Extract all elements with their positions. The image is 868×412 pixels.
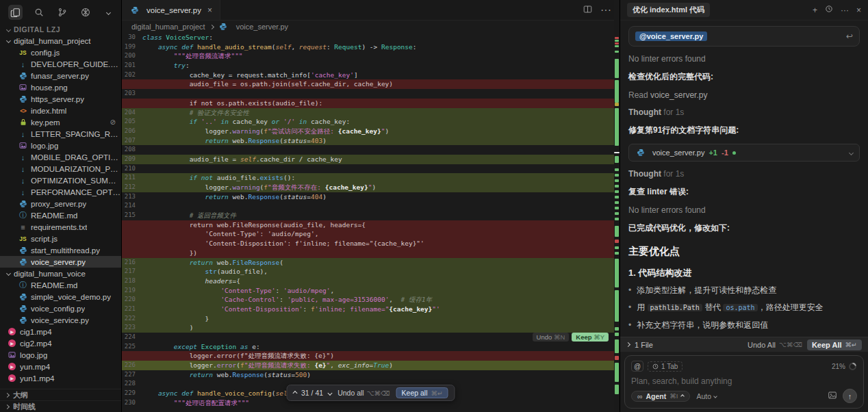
- code-line[interactable]: 211 if not audio_file.exists():: [122, 173, 614, 183]
- code-line[interactable]: 30class VoiceServer:: [122, 33, 614, 42]
- tree-item[interactable]: voice_service.py: [0, 314, 121, 326]
- close-icon[interactable]: ×: [207, 5, 212, 15]
- add-context-button[interactable]: @: [631, 361, 643, 372]
- keep-all-button[interactable]: Keep All⌘↵: [807, 339, 862, 350]
- tree-item[interactable]: key.pem⊘: [0, 116, 121, 128]
- tree-item[interactable]: ▶cig1.mp4: [0, 326, 121, 337]
- split-editor-icon[interactable]: [583, 4, 592, 16]
- tree-item[interactable]: ≡requirements.txt: [0, 221, 121, 233]
- code-line[interactable]: 203: [122, 89, 614, 99]
- undo-change-button[interactable]: Undo ⌘N: [533, 333, 570, 342]
- code-line[interactable]: 226 logger.error(f"处理音频流请求失败: {e}", exc_…: [122, 361, 614, 370]
- code-line[interactable]: if not os.path.exists(audio_file):: [122, 99, 614, 108]
- breadcrumb-file[interactable]: voice_server.py: [236, 23, 288, 31]
- keep-change-button[interactable]: Keep ⌘Y: [572, 333, 609, 342]
- send-button[interactable]: ↑: [843, 389, 857, 403]
- tree-item[interactable]: ↓LETTER_SPACING_REMOV...: [0, 128, 121, 140]
- tree-item[interactable]: https_server.py: [0, 93, 121, 105]
- code-line[interactable]: 207 return web.Response(status=403): [122, 136, 614, 146]
- code-line[interactable]: 214: [122, 201, 614, 211]
- code-line[interactable]: 210: [122, 164, 614, 174]
- code-line[interactable]: 212 logger.warning(f"音频文件不存在: {cache_key…: [122, 183, 614, 192]
- thought-summary[interactable]: Thought for 1s: [628, 107, 860, 117]
- code-line[interactable]: 218 headers={: [122, 276, 614, 286]
- chevron-up-icon[interactable]: [292, 390, 297, 395]
- code-line[interactable]: 215 # 返回音频文件: [122, 211, 614, 220]
- agent-mode-selector[interactable]: ∞ Agent ⌘I: [631, 391, 690, 402]
- tool-call[interactable]: Read voice_server.py: [628, 90, 860, 100]
- code-line[interactable]: 205 if '..' in cache_key or '/' in cache…: [122, 117, 614, 127]
- tree-item[interactable]: funasr_server.py: [0, 70, 121, 81]
- chevron-down-icon[interactable]: [327, 390, 332, 395]
- code-line[interactable]: 201 try:: [122, 61, 614, 70]
- tree-item[interactable]: ↓DEVELOPER_GUIDE.md: [0, 58, 121, 70]
- chat-tab[interactable]: 优化 index.html 代码: [627, 3, 710, 17]
- tree-item[interactable]: ▶yun.mp4: [0, 361, 121, 372]
- tree-item[interactable]: ⓘREADME.md: [0, 279, 121, 291]
- tree-item[interactable]: voice_config.py: [0, 302, 121, 314]
- breadcrumb-folder[interactable]: digital_human_project: [131, 23, 205, 31]
- tab-voice-server[interactable]: voice_server.py ×: [122, 0, 220, 20]
- close-icon[interactable]: ×: [856, 5, 861, 15]
- file-mention-pill[interactable]: @voice_server.py: [635, 31, 707, 41]
- code-line[interactable]: 217 str(audio_file),: [122, 267, 614, 276]
- tree-item[interactable]: ↓PERFORMANCE_OPTIMIZA...: [0, 186, 121, 198]
- model-selector[interactable]: Auto: [696, 392, 717, 400]
- file-change-card[interactable]: voice_server.py+1-1: [628, 144, 860, 162]
- new-chat-icon[interactable]: +: [813, 5, 817, 15]
- code-line[interactable]: audio_file = os.path.join(self.cache_dir…: [122, 79, 614, 89]
- code-line[interactable]: 200 """处理音频流请求""": [122, 51, 614, 61]
- code-line[interactable]: 208: [122, 145, 614, 155]
- tree-item[interactable]: ↓OPTIMIZATION_SUMMARY....: [0, 175, 121, 186]
- undo-all-button[interactable]: Undo All⌥⌘⌫: [748, 341, 802, 349]
- thought-summary[interactable]: Thought for 1s: [628, 169, 860, 179]
- tree-item[interactable]: JSconfig.js: [0, 47, 121, 58]
- code-line[interactable]: 213 return web.Response(status=404): [122, 192, 614, 202]
- tree-item[interactable]: voice_server.py: [0, 256, 121, 268]
- search-icon[interactable]: [31, 5, 46, 20]
- tree-item[interactable]: house.png: [0, 81, 121, 93]
- chevron-down-icon[interactable]: [101, 5, 116, 20]
- tree-item[interactable]: JSscript.js: [0, 233, 121, 244]
- code-line[interactable]: 225 except Exception as e:: [122, 342, 614, 352]
- chevron-right-icon[interactable]: [626, 342, 630, 347]
- source-control-icon[interactable]: [55, 5, 69, 20]
- workspace-header[interactable]: DIGITAL LZJ: [0, 23, 121, 35]
- code-line[interactable]: return web.FileResponse(audio_file, head…: [122, 220, 614, 230]
- outline-section[interactable]: 大纲: [0, 389, 121, 400]
- code-line[interactable]: 'Content-Type': 'audio/mpeg',: [122, 229, 614, 239]
- code-line[interactable]: 209 audio_file = self.cache_dir / cache_…: [122, 155, 614, 164]
- tree-item[interactable]: ▶cig2.mp4: [0, 337, 121, 349]
- code-line[interactable]: 'Content-Disposition': f'inline; filenam…: [122, 239, 614, 248]
- code-line[interactable]: 223 ): [122, 323, 614, 333]
- code-line[interactable]: }): [122, 248, 614, 258]
- code-line[interactable]: 221 'Content-Disposition': f'inline; fil…: [122, 305, 614, 314]
- tree-item[interactable]: proxy_server.py: [0, 198, 121, 209]
- extensions-icon[interactable]: [78, 5, 92, 20]
- code-line[interactable]: logger.error(f"处理音频流请求失败: {e}"): [122, 351, 614, 361]
- tree-item[interactable]: ↓MODULARIZATION_PLAN.md: [0, 163, 121, 175]
- tree-folder[interactable]: digital_human_project: [0, 35, 121, 47]
- tree-item[interactable]: ↓MOBILE_DRAG_OPTIMIZATI...: [0, 151, 121, 163]
- code-area[interactable]: 30class VoiceServer:199 async def handle…: [122, 33, 614, 412]
- explorer-icon[interactable]: [8, 5, 23, 20]
- files-changed-label[interactable]: 1 File: [635, 341, 653, 349]
- code-line[interactable]: 204 # 验证文件名安全性: [122, 108, 614, 118]
- code-line[interactable]: 202 cache_key = request.match_info['cach…: [122, 70, 614, 80]
- tree-item[interactable]: simple_voice_demo.py: [0, 291, 121, 302]
- code-line[interactable]: 206 logger.warning(f"尝试访问不安全路径: {cache_k…: [122, 127, 614, 136]
- more-actions-icon[interactable]: ···: [841, 5, 849, 15]
- tree-item[interactable]: ⓘREADME.md: [0, 209, 121, 221]
- tree-item[interactable]: logo.jpg: [0, 349, 121, 361]
- undo-all-button[interactable]: Undo all⌥⌘⌫: [337, 389, 390, 397]
- tree-item[interactable]: ▶yun1.mp4: [0, 372, 121, 384]
- timeline-section[interactable]: 时间线: [0, 400, 121, 412]
- tree-folder[interactable]: digital_human_voice: [0, 268, 121, 279]
- code-line[interactable]: 219 'Content-Type': 'audio/mpeg',: [122, 286, 614, 296]
- tree-item[interactable]: <>index.html: [0, 105, 121, 116]
- tree-item[interactable]: logo.jpg: [0, 140, 121, 151]
- code-line[interactable]: 222 }: [122, 314, 614, 324]
- tab-context-chip[interactable]: 1 Tab: [648, 361, 682, 372]
- tree-item[interactable]: start_multithread.py: [0, 244, 121, 256]
- code-line[interactable]: 199 async def handle_audio_stream(self, …: [122, 42, 614, 52]
